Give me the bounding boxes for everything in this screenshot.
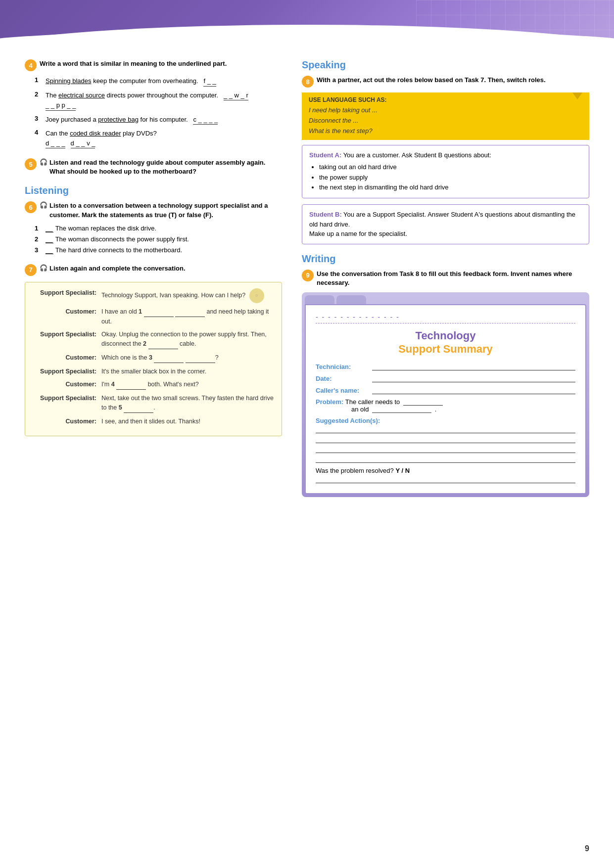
conv-text-ss3: It's the smaller black box in the corner… [101, 367, 275, 376]
section-5: 5 🎧 Listen and read the technology guide… [25, 158, 282, 176]
listen-item-1: 1 __ The woman replaces the disk drive. [35, 225, 282, 232]
header-wave [0, 30, 614, 45]
section-8-title: With a partner, act out the roles below … [317, 76, 546, 85]
writing-header: Writing [302, 253, 589, 265]
conv-blank-3a [154, 353, 184, 363]
conv-label-ss1: Support Specialist: [32, 288, 101, 298]
vocab-item-2-blank2: _ _ p p _ _ [46, 100, 76, 111]
listen-item-1-text: The woman replaces the disk drive. [55, 225, 156, 232]
form-date-row: Date: [316, 374, 575, 382]
section-4-title: Write a word that is similar in meaning … [40, 59, 227, 68]
language-box-arrow [572, 92, 582, 99]
conv-text-c3: I'm 4 both. What's next? [101, 380, 275, 390]
student-a-label: Student A: [309, 151, 341, 159]
form-technician-label: Technician: [316, 363, 370, 370]
conv-label-ss2: Support Specialist: [32, 330, 101, 339]
student-a-item-3: the next step in dismantling the old har… [319, 183, 582, 193]
section-8-title-row: 8 With a partner, act out the roles belo… [302, 76, 589, 88]
section-6-number: 6 [25, 201, 37, 213]
form-callers-name-row: Caller's name: [316, 386, 575, 394]
listen-item-1-blank: __ [46, 225, 55, 232]
listen-item-2-blank: __ [46, 235, 55, 243]
listen-item-3-num: 3 [35, 246, 44, 254]
section-4-items: 1 Spinning blades keep the computer from… [25, 76, 282, 148]
student-a-box: Student A: You are a customer. Ask Stude… [302, 145, 589, 198]
conv-blank-1b [175, 307, 205, 317]
vocab-item-2-underline: electrical source [58, 91, 105, 99]
form-technician-row: Technician: [316, 363, 575, 370]
student-a-intro: You are a customer. Ask Student B questi… [343, 151, 491, 159]
conv-row-4: Customer: Which one is the 3 ? [32, 353, 275, 363]
form-technician-line [372, 363, 575, 370]
student-b-text: You are a Support Specialist. Answer Stu… [309, 211, 575, 228]
language-phrase-1: I need help taking out ... [309, 105, 582, 116]
page-number: 9 [585, 844, 589, 853]
listen-item-3-text: The hard drive connects to the motherboa… [55, 246, 183, 254]
conv-label-ss4: Support Specialist: [32, 394, 101, 403]
language-phrase-2: Disconnect the ... [309, 116, 582, 126]
vocab-item-4-text: Can the coded disk reader play DVDs? d _… [46, 129, 157, 148]
vocab-item-4: 4 Can the coded disk reader play DVDs? d… [35, 129, 282, 148]
conv-row-7: Support Specialist: Next, take out the t… [32, 394, 275, 413]
language-box-items: I need help taking out ... Disconnect th… [309, 105, 582, 136]
listen-item-2-num: 2 [35, 235, 44, 243]
language-phrase-3: What is the next step? [309, 126, 582, 137]
section-4: 4 Write a word that is similar in meanin… [25, 59, 282, 148]
language-box: USE LANGUAGE SUCH AS: I need help taking… [302, 92, 589, 140]
vocab-item-3-blank: c _ _ _ _ [193, 115, 218, 125]
vocab-item-2-blank1: _ _ w _ r [224, 91, 248, 101]
section-9: 9 Use the conversation from Task 8 to fi… [302, 270, 589, 497]
left-column: 4 Write a word that is similar in meanin… [25, 59, 282, 497]
vocab-item-3: 3 Joey purchased a protective bag for hi… [35, 115, 282, 125]
conv-text-ss1: Technology Support, Ivan speaking. How c… [101, 288, 275, 303]
vocab-item-4-underline: coded disk reader [70, 130, 121, 137]
conv-row-5: Support Specialist: It's the smaller bla… [32, 367, 275, 376]
form-actions-line-4 [316, 456, 575, 463]
form-callers-name-line [372, 386, 575, 394]
form-tab-2 [336, 295, 366, 304]
language-box-title: USE LANGUAGE SUCH AS: [309, 96, 582, 103]
conv-tab-decoration: ○ [249, 288, 264, 303]
tech-support-form: - - - - - - - - - - - - - - Technology S… [302, 292, 589, 497]
form-problem-blank1 [403, 399, 443, 406]
form-date-label: Date: [316, 375, 370, 382]
form-inner: - - - - - - - - - - - - - - Technology S… [305, 304, 586, 494]
section-6-title-row: 6 🎧 Listen to a conversation between a t… [25, 201, 282, 219]
section-9-title-row: 9 Use the conversation from Task 8 to fi… [302, 270, 589, 287]
conv-row-6: Customer: I'm 4 both. What's next? [32, 380, 275, 390]
student-b-note: Make up a name for the specialist. [309, 230, 407, 237]
conv-label-c4: Customer: [32, 417, 101, 426]
form-tabs [305, 295, 586, 304]
listen-item-2: 2 __ The woman disconnects the power sup… [35, 235, 282, 243]
vocab-item-1-underline: Spinning blades [46, 77, 92, 85]
student-a-item-1: taking out an old hard drive [319, 162, 582, 173]
form-tab-1 [305, 295, 334, 304]
student-b-box: Student B: You are a Support Specialist.… [302, 204, 589, 244]
section-5-title: Listen and read the technology guide abo… [49, 158, 282, 176]
vocab-item-2-text: The electrical source directs power thro… [46, 91, 282, 111]
conv-blank-5 [124, 403, 153, 413]
vocab-item-4-blank2: d _ _ v _ [71, 138, 95, 149]
header-grid-decoration [416, 0, 614, 45]
section-4-title-row: 4 Write a word that is similar in meanin… [25, 59, 282, 71]
vocab-item-4-blank1: d _ _ _ [46, 138, 65, 149]
form-callers-name-label: Caller's name: [316, 387, 370, 394]
listen-item-1-num: 1 [35, 225, 44, 232]
form-problem-period: . [435, 406, 437, 413]
right-column: Speaking 8 With a partner, act out the r… [302, 59, 589, 497]
form-resolved-yn: Y / N [395, 467, 410, 474]
section-7: 7 🎧 Listen again and complete the conver… [25, 264, 282, 437]
form-actions-line-3 [316, 446, 575, 453]
listen-item-2-text: The woman disconnects the power supply f… [55, 235, 189, 243]
conv-label-c1: Customer: [32, 307, 101, 317]
form-dashes: - - - - - - - - - - - - - - [316, 313, 575, 323]
section-9-title: Use the conversation from Task 8 to fill… [317, 270, 589, 287]
form-actions-line-2 [316, 436, 575, 443]
section-7-title-row: 7 🎧 Listen again and complete the conver… [25, 264, 282, 276]
section-7-number: 7 [25, 264, 37, 276]
conv-label-ss3: Support Specialist: [32, 367, 101, 376]
form-title-technology: Technology [316, 329, 575, 342]
conv-row-3: Support Specialist: Okay. Unplug the con… [32, 330, 275, 349]
page-header [0, 0, 614, 45]
form-actions-label: Suggested Action(s): [316, 417, 575, 424]
